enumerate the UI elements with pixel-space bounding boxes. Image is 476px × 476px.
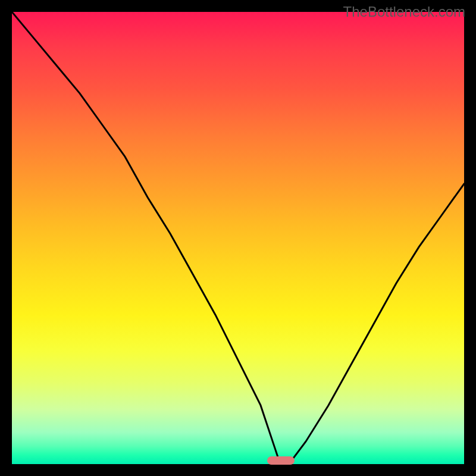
optimal-range-marker (267, 456, 295, 465)
bottleneck-curve (12, 12, 464, 464)
curve-svg (12, 12, 464, 464)
chart-container: TheBottleneck.com (0, 0, 476, 476)
watermark-text: TheBottleneck.com (343, 4, 465, 20)
plot-area (12, 12, 464, 464)
